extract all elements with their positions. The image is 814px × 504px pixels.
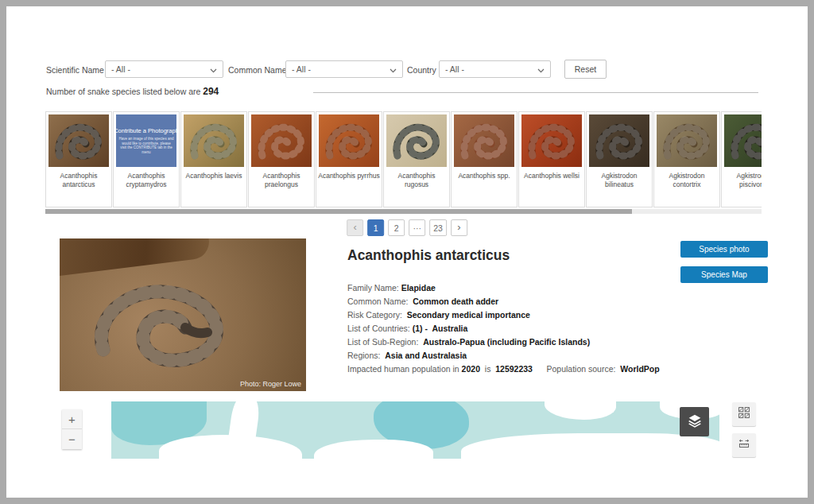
- species-field-line: Impacted human population in 2020 is 125…: [347, 362, 660, 376]
- species-card-label: Acanthophis rugosus: [384, 172, 449, 189]
- ellipsis[interactable]: ···: [409, 219, 425, 236]
- species-card[interactable]: Acanthophis laevis: [180, 111, 247, 207]
- species-thumbnail: [521, 114, 582, 167]
- chevron-down-icon: [537, 62, 545, 76]
- contribute-note: Have an image of this species and would …: [118, 137, 174, 154]
- scientific-name-select[interactable]: - All -: [105, 60, 223, 78]
- snake-thumbnail-illustration: [657, 114, 717, 167]
- common-name-label: Common Name: [228, 65, 287, 75]
- snake-thumbnail-illustration: [48, 114, 109, 167]
- species-card[interactable]: Acanthophis praelongus: [248, 111, 315, 207]
- species-card-label: Agkistrodon piscivorus: [722, 172, 762, 189]
- species-card-label: Acanthophis pyrrhus: [316, 172, 382, 180]
- measure-button[interactable]: [732, 433, 756, 457]
- snake-thumbnail-illustration: [589, 114, 649, 167]
- species-thumbnail: [319, 114, 379, 167]
- species-card-label: Acanthophis laevis: [181, 172, 246, 180]
- zoom-in-button[interactable]: +: [62, 409, 82, 429]
- zoom-out-button[interactable]: −: [62, 429, 82, 449]
- species-card-label: Acanthophis praelongus: [249, 172, 314, 189]
- country-select[interactable]: - All -: [439, 60, 551, 78]
- snake-database-page: Scientific Name - All - Common Name - Al…: [6, 6, 808, 498]
- species-carousel: Acanthophis antarcticus Contribute a Pho…: [45, 111, 762, 209]
- map-landmass: [314, 440, 433, 459]
- page-23[interactable]: 23: [429, 219, 447, 236]
- species-thumbnail: [184, 114, 244, 167]
- species-photo-button[interactable]: Species photo: [680, 241, 768, 258]
- snake-thumbnail-illustration: [251, 114, 312, 167]
- species-card[interactable]: Acanthophis pyrrhus: [316, 111, 382, 207]
- species-field-line: List of Sub-Region: Australo-Papua (incl…: [347, 335, 660, 349]
- chevron-down-icon: [210, 62, 217, 76]
- species-field-line: Risk Category: Secondary medical importa…: [347, 308, 660, 322]
- carousel-scrollbar-thumb[interactable]: [45, 209, 632, 214]
- species-field-line: Family Name: Elapidae: [347, 281, 660, 295]
- species-card[interactable]: Agkistrodon bilineatus: [586, 111, 653, 207]
- reset-button[interactable]: Reset: [564, 60, 607, 79]
- common-name-value: - All -: [292, 64, 311, 74]
- species-card[interactable]: Acanthophis antarcticus: [45, 111, 112, 207]
- species-card-label: Agkistrodon bilineatus: [587, 172, 652, 189]
- map-landmass: [545, 401, 616, 420]
- species-card[interactable]: Acanthophis wellsi: [518, 111, 585, 207]
- species-card-label: Agkistrodon contortrix: [654, 172, 719, 189]
- layers-icon: [686, 412, 704, 432]
- species-map-canvas[interactable]: [111, 401, 719, 459]
- snake-thumbnail-illustration: [724, 114, 762, 167]
- contribute-photo-card[interactable]: Contribute a Photograph Have an image of…: [116, 114, 176, 167]
- scientific-name-value: - All -: [111, 64, 130, 74]
- divider-line: [313, 92, 758, 93]
- species-card[interactable]: Agkistrodon piscivorus: [721, 111, 762, 207]
- basemap-grid-icon: [738, 406, 750, 422]
- layers-button[interactable]: [680, 407, 709, 436]
- species-card-label: Acanthophis wellsi: [519, 172, 584, 180]
- species-field-line: Regions: Asia and Australasia: [347, 349, 660, 362]
- species-thumbnail: [657, 114, 717, 167]
- species-card[interactable]: Agkistrodon contortrix: [653, 111, 720, 207]
- species-thumbnail: [454, 114, 514, 167]
- species-detail-photo: Photo: Roger Lowe: [60, 238, 306, 391]
- photo-credit: Photo: Roger Lowe: [240, 380, 301, 388]
- snake-thumbnail-illustration: [184, 114, 244, 167]
- country-label: Country: [407, 65, 436, 75]
- species-fields: Family Name: ElapidaeCommon Name: Common…: [347, 281, 660, 376]
- species-field-line: Common Name: Common death adder: [347, 295, 660, 308]
- species-card[interactable]: Contribute a Photograph Have an image of…: [113, 111, 180, 207]
- basemap-grid-button[interactable]: [732, 402, 756, 426]
- species-map-button[interactable]: Species Map: [680, 266, 768, 283]
- carousel-scrollbar-track[interactable]: [45, 209, 762, 214]
- species-thumbnail: [386, 114, 447, 167]
- page-2[interactable]: 2: [388, 219, 405, 236]
- species-card[interactable]: Acanthophis spp.: [451, 111, 517, 207]
- map-zoom-control: + −: [62, 409, 82, 449]
- species-thumbnail: [251, 114, 312, 167]
- species-thumbnail: [724, 114, 762, 167]
- species-count-value: 294: [203, 86, 219, 97]
- common-name-select[interactable]: - All -: [285, 60, 403, 78]
- country-value: - All -: [445, 64, 464, 74]
- snake-thumbnail-illustration: [454, 114, 514, 167]
- species-card[interactable]: Acanthophis rugosus: [383, 111, 450, 207]
- species-card-label: Acanthophis spp.: [452, 172, 517, 180]
- species-card-label: Acanthophis cryptamydros: [114, 172, 179, 189]
- map-landmass: [461, 433, 719, 459]
- page-1[interactable]: 1: [367, 219, 384, 236]
- measure-icon: [738, 437, 750, 453]
- snake-thumbnail-illustration: [319, 114, 379, 167]
- next-page[interactable]: ›: [451, 219, 467, 236]
- snake-thumbnail-illustration: [521, 114, 582, 167]
- species-thumbnail: [589, 114, 649, 167]
- species-count-text: Number of snake species listed below are…: [46, 86, 219, 97]
- species-card-label: Acanthophis antarcticus: [46, 172, 111, 189]
- species-title: Acanthophis antarcticus: [347, 247, 510, 264]
- contribute-title: Contribute a Photograph: [114, 127, 179, 134]
- snake-illustration: [60, 238, 306, 391]
- snake-thumbnail-illustration: [386, 114, 447, 167]
- prev-page[interactable]: ‹: [347, 219, 363, 236]
- species-thumbnail: [48, 114, 109, 167]
- pagination: ‹ 1 2 ··· 23 ›: [347, 219, 467, 236]
- scientific-name-label: Scientific Name: [46, 65, 104, 75]
- species-field-line: List of Countries: (1) - Australia: [347, 322, 660, 335]
- chevron-down-icon: [390, 62, 397, 76]
